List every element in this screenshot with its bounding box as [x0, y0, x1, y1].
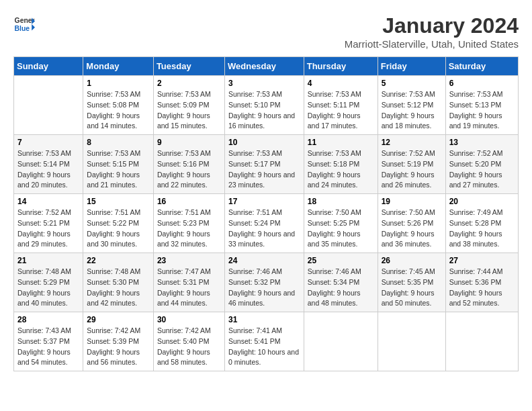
- day-cell: 23Sunrise: 7:47 AMSunset: 5:31 PMDayligh…: [153, 253, 224, 312]
- day-info: Sunrise: 7:52 AMSunset: 5:20 PMDaylight:…: [449, 148, 515, 191]
- day-cell: 22Sunrise: 7:48 AMSunset: 5:30 PMDayligh…: [83, 253, 154, 312]
- day-cell: 13Sunrise: 7:52 AMSunset: 5:20 PMDayligh…: [445, 135, 518, 194]
- day-number: 24: [228, 256, 300, 265]
- day-number: 3: [228, 79, 300, 88]
- day-info: Sunrise: 7:48 AMSunset: 5:30 PMDaylight:…: [87, 267, 150, 309]
- day-info: Sunrise: 7:51 AMSunset: 5:22 PMDaylight:…: [87, 208, 150, 250]
- day-number: 14: [17, 197, 79, 206]
- day-cell: 25Sunrise: 7:46 AMSunset: 5:34 PMDayligh…: [304, 253, 378, 312]
- day-number: 19: [382, 197, 442, 206]
- day-cell: 15Sunrise: 7:51 AMSunset: 5:22 PMDayligh…: [83, 194, 154, 253]
- logo: General Blue: [13, 13, 35, 35]
- day-cell: 19Sunrise: 7:50 AMSunset: 5:26 PMDayligh…: [378, 194, 445, 253]
- day-info: Sunrise: 7:53 AMSunset: 5:17 PMDaylight:…: [228, 148, 300, 191]
- day-number: 22: [87, 256, 150, 265]
- day-cell: 17Sunrise: 7:51 AMSunset: 5:24 PMDayligh…: [224, 194, 304, 253]
- day-info: Sunrise: 7:49 AMSunset: 5:28 PMDaylight:…: [449, 208, 515, 250]
- day-info: Sunrise: 7:50 AMSunset: 5:26 PMDaylight:…: [382, 208, 442, 250]
- week-row-2: 7Sunrise: 7:53 AMSunset: 5:14 PMDaylight…: [14, 135, 519, 194]
- day-cell: 29Sunrise: 7:42 AMSunset: 5:39 PMDayligh…: [83, 312, 154, 371]
- day-info: Sunrise: 7:46 AMSunset: 5:32 PMDaylight:…: [228, 267, 300, 309]
- day-number: 8: [87, 138, 150, 147]
- day-cell: 31Sunrise: 7:41 AMSunset: 5:41 PMDayligh…: [224, 312, 304, 371]
- day-info: Sunrise: 7:53 AMSunset: 5:14 PMDaylight:…: [17, 148, 79, 191]
- calendar-body: 1Sunrise: 7:53 AMSunset: 5:08 PMDaylight…: [14, 76, 519, 371]
- day-info: Sunrise: 7:41 AMSunset: 5:41 PMDaylight:…: [228, 326, 300, 368]
- day-number: 17: [228, 197, 300, 206]
- day-info: Sunrise: 7:51 AMSunset: 5:24 PMDaylight:…: [228, 208, 300, 250]
- day-number: 15: [87, 197, 150, 206]
- day-cell: 12Sunrise: 7:52 AMSunset: 5:19 PMDayligh…: [378, 135, 445, 194]
- day-number: 2: [157, 79, 221, 88]
- calendar-table: SundayMondayTuesdayWednesdayThursdayFrid…: [13, 56, 519, 371]
- day-cell: 30Sunrise: 7:42 AMSunset: 5:40 PMDayligh…: [153, 312, 224, 371]
- day-cell: 21Sunrise: 7:48 AMSunset: 5:29 PMDayligh…: [14, 253, 83, 312]
- day-cell: [445, 312, 518, 371]
- day-info: Sunrise: 7:53 AMSunset: 5:13 PMDaylight:…: [449, 89, 515, 132]
- day-number: 16: [157, 197, 221, 206]
- day-info: Sunrise: 7:53 AMSunset: 5:09 PMDaylight:…: [157, 89, 221, 132]
- day-info: Sunrise: 7:53 AMSunset: 5:18 PMDaylight:…: [308, 148, 374, 191]
- day-info: Sunrise: 7:53 AMSunset: 5:12 PMDaylight:…: [382, 89, 442, 132]
- day-info: Sunrise: 7:51 AMSunset: 5:23 PMDaylight:…: [157, 208, 221, 250]
- day-cell: 4Sunrise: 7:53 AMSunset: 5:11 PMDaylight…: [304, 76, 378, 135]
- day-info: Sunrise: 7:43 AMSunset: 5:37 PMDaylight:…: [17, 326, 79, 368]
- header: General Blue January 2024 Marriott-Slate…: [13, 13, 519, 50]
- day-cell: 6Sunrise: 7:53 AMSunset: 5:13 PMDaylight…: [445, 76, 518, 135]
- day-cell: 5Sunrise: 7:53 AMSunset: 5:12 PMDaylight…: [378, 76, 445, 135]
- day-info: Sunrise: 7:46 AMSunset: 5:34 PMDaylight:…: [308, 267, 374, 309]
- day-cell: 1Sunrise: 7:53 AMSunset: 5:08 PMDaylight…: [83, 76, 154, 135]
- day-header-sunday: Sunday: [14, 57, 83, 76]
- day-number: 1: [87, 79, 150, 88]
- day-cell: 20Sunrise: 7:49 AMSunset: 5:28 PMDayligh…: [445, 194, 518, 253]
- day-info: Sunrise: 7:53 AMSunset: 5:16 PMDaylight:…: [157, 148, 221, 191]
- day-info: Sunrise: 7:53 AMSunset: 5:10 PMDaylight:…: [228, 89, 300, 132]
- day-number: 23: [157, 256, 221, 265]
- day-number: 11: [308, 138, 374, 147]
- title-area: January 2024 Marriott-Slaterville, Utah,…: [345, 13, 519, 50]
- day-cell: 8Sunrise: 7:53 AMSunset: 5:15 PMDaylight…: [83, 135, 154, 194]
- day-number: 30: [157, 315, 221, 324]
- week-row-4: 21Sunrise: 7:48 AMSunset: 5:29 PMDayligh…: [14, 253, 519, 312]
- day-number: 27: [449, 256, 515, 265]
- day-cell: 18Sunrise: 7:50 AMSunset: 5:25 PMDayligh…: [304, 194, 378, 253]
- day-cell: 9Sunrise: 7:53 AMSunset: 5:16 PMDaylight…: [153, 135, 224, 194]
- day-cell: 28Sunrise: 7:43 AMSunset: 5:37 PMDayligh…: [14, 312, 83, 371]
- day-cell: 11Sunrise: 7:53 AMSunset: 5:18 PMDayligh…: [304, 135, 378, 194]
- day-cell: 27Sunrise: 7:44 AMSunset: 5:36 PMDayligh…: [445, 253, 518, 312]
- day-cell: 10Sunrise: 7:53 AMSunset: 5:17 PMDayligh…: [224, 135, 304, 194]
- day-cell: [14, 76, 83, 135]
- day-info: Sunrise: 7:53 AMSunset: 5:15 PMDaylight:…: [87, 148, 150, 191]
- day-number: 12: [382, 138, 442, 147]
- day-number: 10: [228, 138, 300, 147]
- day-info: Sunrise: 7:44 AMSunset: 5:36 PMDaylight:…: [449, 267, 515, 309]
- day-number: 26: [382, 256, 442, 265]
- day-number: 13: [449, 138, 515, 147]
- day-cell: [304, 312, 378, 371]
- day-info: Sunrise: 7:50 AMSunset: 5:25 PMDaylight:…: [308, 208, 374, 250]
- day-header-wednesday: Wednesday: [224, 57, 304, 76]
- week-row-5: 28Sunrise: 7:43 AMSunset: 5:37 PMDayligh…: [14, 312, 519, 371]
- day-info: Sunrise: 7:52 AMSunset: 5:21 PMDaylight:…: [17, 208, 79, 250]
- page-subtitle: Marriott-Slaterville, Utah, United State…: [345, 38, 519, 50]
- day-number: 28: [17, 315, 79, 324]
- day-cell: 16Sunrise: 7:51 AMSunset: 5:23 PMDayligh…: [153, 194, 224, 253]
- day-info: Sunrise: 7:48 AMSunset: 5:29 PMDaylight:…: [17, 267, 79, 309]
- day-cell: 2Sunrise: 7:53 AMSunset: 5:09 PMDaylight…: [153, 76, 224, 135]
- day-info: Sunrise: 7:53 AMSunset: 5:08 PMDaylight:…: [87, 89, 150, 132]
- day-header-saturday: Saturday: [445, 57, 518, 76]
- week-row-1: 1Sunrise: 7:53 AMSunset: 5:08 PMDaylight…: [14, 76, 519, 135]
- day-number: 9: [157, 138, 221, 147]
- day-cell: [378, 312, 445, 371]
- svg-text:Blue: Blue: [15, 25, 30, 32]
- day-info: Sunrise: 7:53 AMSunset: 5:11 PMDaylight:…: [308, 89, 374, 132]
- day-number: 6: [449, 79, 515, 88]
- day-number: 5: [382, 79, 442, 88]
- day-number: 7: [17, 138, 79, 147]
- page-title: January 2024: [345, 13, 519, 38]
- day-header-monday: Monday: [83, 57, 154, 76]
- week-row-3: 14Sunrise: 7:52 AMSunset: 5:21 PMDayligh…: [14, 194, 519, 253]
- day-info: Sunrise: 7:42 AMSunset: 5:40 PMDaylight:…: [157, 326, 221, 368]
- day-cell: 26Sunrise: 7:45 AMSunset: 5:35 PMDayligh…: [378, 253, 445, 312]
- logo-icon: General Blue: [13, 13, 35, 35]
